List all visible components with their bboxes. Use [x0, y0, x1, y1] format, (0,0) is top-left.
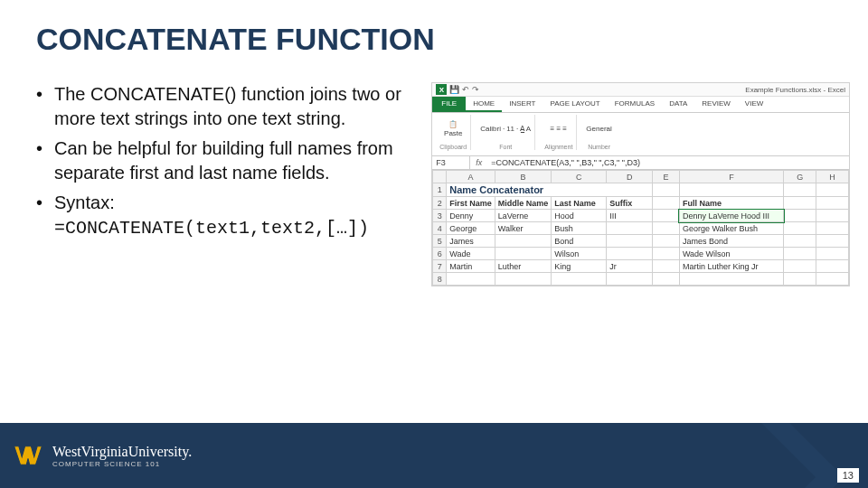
row-5: 5 James Bond James Bond: [433, 235, 849, 248]
quick-access-toolbar: X 💾 ↶ ↷ Example Functions.xlsx - Excel: [432, 83, 849, 97]
group-alignment: ≡ ≡ ≡ Alignment: [541, 115, 577, 150]
col-G: G: [784, 171, 816, 183]
wvu-branding: WestVirginiaUniversity. COMPUTER SCIENCE…: [13, 443, 192, 468]
formula-text: =CONCATENATE(A3," ",B3," ",C3," ",D3): [487, 156, 849, 169]
hdr-fullname: Full Name: [679, 197, 783, 210]
wvu-logo-icon: [13, 443, 43, 468]
paste-icon: 📋: [448, 120, 458, 128]
chevron-decoration: [639, 423, 844, 488]
col-F: F: [679, 171, 783, 183]
footer: WestVirginiaUniversity. COMPUTER SCIENCE…: [0, 423, 868, 488]
content-area: The CONCATENATE() function joins two or …: [0, 57, 868, 286]
bullet-3: Syntax: =CONCATENATE(text1,text2,[…]): [36, 191, 419, 240]
department-name: COMPUTER SCIENCE 101: [52, 460, 192, 468]
group-number: General Number: [582, 115, 615, 150]
bullet-3-label: Syntax:: [54, 192, 115, 212]
tab-home: HOME: [466, 97, 502, 112]
save-icon: 💾: [449, 85, 459, 94]
font-label: Font: [499, 144, 512, 150]
tab-insert: INSERT: [502, 97, 542, 112]
group-font: Calibri · 11 · A̲ A Font: [476, 115, 535, 150]
col-corner: [433, 171, 447, 183]
row-2-headers: 2 First Name Middle Name Last Name Suffi…: [433, 197, 849, 210]
row-8-blank: 8: [433, 273, 849, 286]
tab-file: FILE: [432, 97, 466, 112]
hdr-middlename: Middle Name: [495, 197, 552, 210]
excel-screenshot: X 💾 ↶ ↷ Example Functions.xlsx - Excel F…: [431, 82, 850, 286]
redo-icon: ↷: [472, 85, 479, 94]
tab-review: REVIEW: [694, 97, 738, 112]
alignment-label: Alignment: [544, 144, 572, 150]
paste-label: Paste: [444, 129, 462, 137]
hdr-lastname: Last Name: [552, 197, 607, 210]
font-name: Calibri: [480, 125, 501, 133]
row-6: 6 Wade Wilson Wade Wilson: [433, 248, 849, 260]
page-number: 13: [837, 468, 859, 483]
syntax-code: =CONCATENATE(text1,text2,[…]): [54, 218, 369, 239]
ribbon: 📋Paste Clipboard Calibri · 11 · A̲ A Fon…: [432, 113, 849, 156]
col-B: B: [495, 171, 552, 183]
align-icon: ≡ ≡ ≡: [551, 125, 567, 133]
row-1: 1 Name Concatenator: [433, 183, 849, 197]
group-clipboard: 📋Paste Clipboard: [436, 115, 471, 150]
university-name: WestVirginiaUniversity.: [52, 444, 192, 460]
row-4: 4 George Walker Bush George Walker Bush: [433, 222, 849, 235]
tab-view: VIEW: [738, 97, 770, 112]
bullet-2: Can be helpful for building full names f…: [36, 136, 419, 185]
tab-pagelayout: PAGE LAYOUT: [542, 97, 607, 112]
clipboard-label: Clipboard: [439, 144, 467, 150]
tab-data: DATA: [662, 97, 694, 112]
hdr-firstname: First Name: [447, 197, 495, 210]
font-size: 11: [506, 125, 514, 133]
slide-title: CONCATENATE FUNCTION: [0, 0, 868, 57]
column-headers: A B C D E F G H: [433, 171, 849, 183]
window-title: Example Functions.xlsx - Excel: [745, 86, 845, 94]
row-3: 3 Denny LaVerne Hood III Denny LaVerne H…: [433, 210, 849, 222]
excel-icon: X: [436, 84, 447, 95]
active-cell-F3: Denny LaVerne Hood III: [679, 210, 783, 222]
col-A: A: [447, 171, 495, 183]
hdr-suffix: Suffix: [607, 197, 653, 210]
col-H: H: [816, 171, 849, 183]
row-7: 7 Martin Luther King Jr Martin Luther Ki…: [433, 260, 849, 273]
number-label: Number: [588, 144, 610, 150]
bullet-1: The CONCATENATE() function joins two or …: [36, 82, 419, 131]
formula-bar: F3 fx =CONCATENATE(A3," ",B3," ",C3," ",…: [432, 156, 849, 170]
tab-formulas: FORMULAS: [608, 97, 662, 112]
name-box: F3: [432, 156, 470, 169]
fx-icon: fx: [470, 156, 487, 169]
undo-icon: ↶: [462, 85, 469, 94]
col-C: C: [552, 171, 607, 183]
bullet-list: The CONCATENATE() function joins two or …: [36, 82, 419, 286]
spreadsheet-grid: A B C D E F G H 1 Name Concatenator 2 Fi…: [432, 170, 849, 286]
number-format: General: [586, 125, 611, 133]
col-E: E: [653, 171, 680, 183]
col-D: D: [607, 171, 653, 183]
sheet-title: Name Concatenator: [447, 183, 653, 197]
ribbon-tabs: FILE HOME INSERT PAGE LAYOUT FORMULAS DA…: [432, 97, 849, 113]
